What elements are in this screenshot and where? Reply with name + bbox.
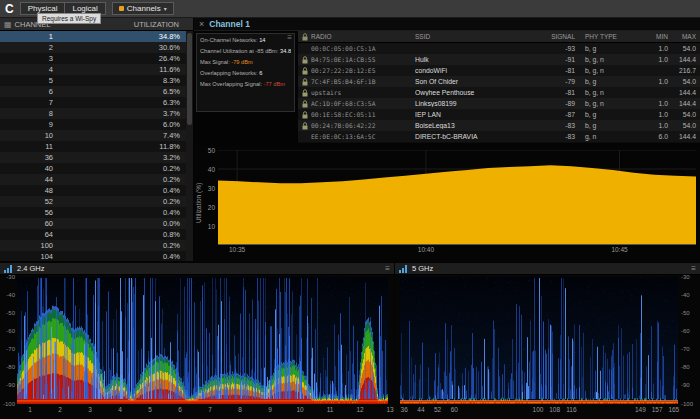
channel-utilization-value: 11.6% — [57, 65, 186, 74]
channel-xtick: 9 — [268, 406, 272, 413]
channel-row[interactable]: 76.3% — [0, 97, 186, 108]
dbm-ytick: -60 — [681, 328, 699, 334]
network-row[interactable]: 00:1E:58:EC:05:11IEP LAN-87b, g1.054.0 — [298, 109, 700, 120]
channel-utilization-value: 26.4% — [57, 54, 186, 63]
scrollbar-thumb[interactable] — [187, 33, 192, 125]
network-phy-type: b, g — [585, 78, 640, 85]
channel-row[interactable]: 230.6% — [0, 42, 186, 53]
channel-row[interactable]: 363.2% — [0, 152, 186, 163]
menu-icon[interactable]: ≡ — [385, 264, 390, 273]
channel-row[interactable]: 1040.4% — [0, 251, 186, 261]
network-signal: -93 — [541, 45, 585, 52]
channel-utilization-value: 3.7% — [57, 109, 186, 118]
network-min-rate: 1.0 — [640, 56, 668, 63]
stat-value: 34.8% — [280, 48, 291, 54]
channel-xtick: 1 — [28, 406, 32, 413]
channel-row[interactable]: 58.3% — [0, 75, 186, 86]
network-max-rate: 144.4 — [668, 56, 700, 63]
network-signal: -87 — [541, 111, 585, 118]
network-row[interactable]: B4:75:0E:1A:CB:55Hulk-91b, g, n1.0144.4 — [298, 54, 700, 65]
network-radio: 00:1E:58:EC:05:11 — [311, 111, 415, 118]
network-min-rate: 1.0 — [640, 45, 668, 52]
channel-rows: 134.8%230.6%326.4%411.6%58.3%66.5%76.3%8… — [0, 31, 186, 261]
channel-number: 36 — [0, 153, 57, 162]
phy-column-header[interactable]: PHY TYPE — [585, 33, 640, 40]
channel-xtick: 52 — [434, 406, 441, 413]
max-column-header[interactable]: MAX — [668, 33, 700, 40]
network-ssid: DIRECT-bC-BRAVIA — [415, 133, 541, 140]
networks-table-header[interactable]: RADIO SSID SIGNAL PHY TYPE MIN MAX — [298, 31, 700, 43]
menu-icon[interactable]: ≡ — [287, 33, 292, 42]
channel-row[interactable]: 1000.2% — [0, 240, 186, 251]
network-min-rate: 6.0 — [640, 133, 668, 140]
channel-row[interactable]: 560.4% — [0, 207, 186, 218]
channel-utilization-value: 6.3% — [57, 98, 186, 107]
network-row[interactable]: AC:1D:0F:68:C3:5ALinksys08199-89b, g, n1… — [298, 98, 700, 109]
lock-icon — [298, 89, 311, 97]
lock-icon — [298, 78, 311, 86]
network-row[interactable]: 7C:4F:B5:B4:6F:1BSon Of Chider-79b, g1.0… — [298, 76, 700, 87]
utilization-xtick: 10:35 — [229, 246, 245, 253]
network-radio: 00:0C:05:00:C5:1A — [311, 45, 415, 52]
stat-line: Channel Utilization at -85 dBm: 34.8% — [200, 48, 291, 55]
network-max-rate: 144.4 — [668, 100, 700, 107]
channel-xtick: 116 — [566, 406, 576, 413]
channel-utilization-value: 0.8% — [57, 230, 186, 239]
dbm-ytick: -90 — [0, 382, 15, 388]
stat-value: 14 — [259, 37, 265, 43]
utilization-area-plot — [218, 150, 696, 246]
dbm-ytick: -40 — [0, 292, 15, 298]
dbm-ytick: -80 — [0, 364, 15, 370]
ssid-column-header[interactable]: SSID — [415, 33, 541, 40]
channel-utilization-value: 0.4% — [57, 208, 186, 217]
network-min-rate: 1.0 — [640, 100, 668, 107]
radio-column-header[interactable]: RADIO — [311, 33, 415, 40]
network-row[interactable]: 00:0C:05:00:C5:1A-93b, g1.054.0 — [298, 43, 700, 54]
min-column-header[interactable]: MIN — [640, 33, 668, 40]
channel-row[interactable]: 480.4% — [0, 185, 186, 196]
channel-row[interactable]: 107.4% — [0, 130, 186, 141]
network-radio: EE:0E:0C:13:6A:5C — [311, 133, 415, 140]
channel-number: 64 — [0, 230, 57, 239]
channel-row[interactable]: 326.4% — [0, 53, 186, 64]
channel-number: 3 — [0, 54, 57, 63]
utilization-ytick: 10 — [202, 223, 215, 230]
channel-row[interactable]: 640.8% — [0, 229, 186, 240]
menu-icon[interactable]: ≡ — [691, 264, 696, 273]
utilization-column-header[interactable]: UTILIZATION — [134, 20, 189, 29]
network-phy-type: b, g, n — [585, 56, 640, 63]
network-row[interactable]: 00:27:22:2B:12:E5condoWiFi-81b, g, n216.… — [298, 65, 700, 76]
channel-row[interactable]: 400.2% — [0, 163, 186, 174]
channel-row[interactable]: 134.8% — [0, 31, 186, 42]
channel-row[interactable]: 96.0% — [0, 119, 186, 130]
network-row[interactable]: EE:0E:0C:13:6A:5CDIRECT-bC-BRAVIA-83g, n… — [298, 131, 700, 142]
channel-xtick: 149 — [635, 406, 646, 413]
chanalyzer-window: C Physical Logical Channels ▾ Requires a… — [0, 0, 700, 419]
network-max-rate: 54.0 — [668, 45, 700, 52]
channel-row[interactable]: 83.7% — [0, 108, 186, 119]
stat-label: Overlapping Networks: — [200, 70, 259, 76]
network-ssid: Hulk — [415, 56, 541, 63]
dbm-ytick: -40 — [681, 292, 699, 298]
networks-rows: 00:0C:05:00:C5:1A-93b, g1.054.0B4:75:0E:… — [298, 43, 700, 142]
channel-row[interactable]: 440.2% — [0, 174, 186, 185]
network-signal: -89 — [541, 100, 585, 107]
channel-row[interactable]: 66.5% — [0, 86, 186, 97]
close-icon[interactable]: × — [199, 20, 204, 29]
channel-row[interactable]: 411.6% — [0, 64, 186, 75]
network-row[interactable]: upstairsOwyhee Penthouse-81b, g, n144.4 — [298, 87, 700, 98]
network-phy-type: b, g — [585, 122, 640, 129]
channel-row[interactable]: 520.2% — [0, 196, 186, 207]
channel-number: 4 — [0, 65, 57, 74]
channel-utilization-value: 0.2% — [57, 164, 186, 173]
channel-number: 5 — [0, 76, 57, 85]
channel-table-scrollbar[interactable] — [186, 31, 193, 261]
signal-column-header[interactable]: SIGNAL — [541, 33, 585, 40]
channel-row[interactable]: 600.0% — [0, 218, 186, 229]
network-row[interactable]: 00:24:7B:06:42:22BoiseLega13-83b, g1.054… — [298, 120, 700, 131]
wispy-tooltip: Requires a Wi-Spy — [37, 13, 101, 24]
network-ssid: Son Of Chider — [415, 78, 541, 85]
channels-dropdown[interactable]: Channels ▾ — [112, 2, 174, 15]
channel-xtick: 8 — [238, 406, 242, 413]
channel-row[interactable]: 1111.8% — [0, 141, 186, 152]
